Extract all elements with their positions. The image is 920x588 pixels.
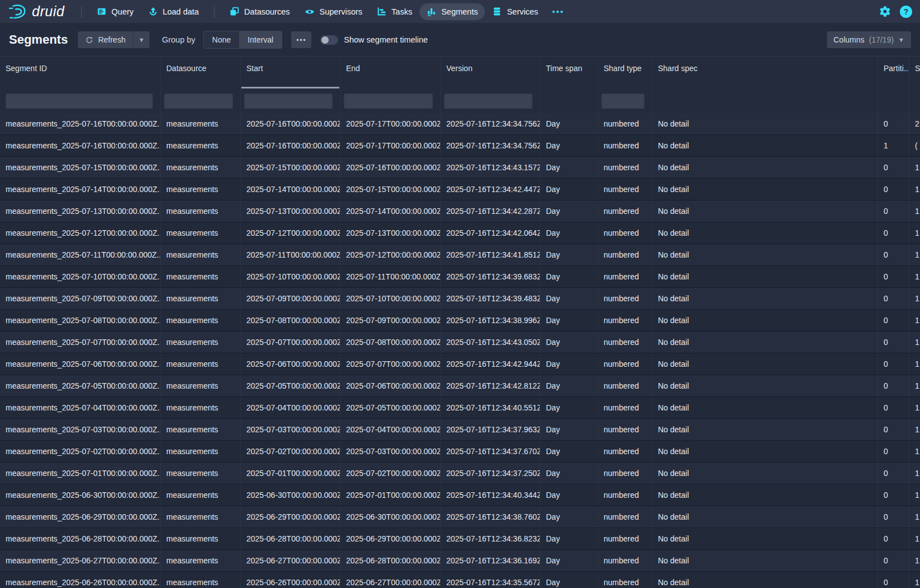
columns-picker-button[interactable]: Columns (17/19) ▼: [827, 31, 912, 48]
cell-size: 1: [909, 506, 920, 528]
segments-toolbar: Segments Refresh ▼ Group by None Interva…: [0, 24, 920, 56]
cell-shard_spec: No detail: [652, 200, 878, 222]
group-by-interval-button[interactable]: Interval: [239, 31, 282, 48]
cell-time_span: Day: [540, 484, 598, 506]
help-icon[interactable]: ?: [900, 6, 912, 18]
column-header-start[interactable]: Start: [241, 57, 340, 88]
cell-shard_type: numbered: [598, 288, 652, 309]
column-header-shard_type[interactable]: Shard type: [598, 57, 652, 88]
navbar-item-tasks[interactable]: Tasks: [370, 3, 419, 20]
group-by-none-button[interactable]: None: [204, 31, 239, 48]
column-header-label: Partiti...: [884, 64, 909, 73]
navbar-item-supervisors[interactable]: Supervisors: [297, 3, 370, 20]
cell-shard_spec: No detail: [652, 506, 878, 528]
cell-size: 1: [909, 266, 920, 287]
cell-time_span: Day: [540, 572, 598, 588]
cell-segment_id: measurements_2025-07-14T00:00:00.000Z...: [0, 179, 161, 200]
navbar-item-datasources[interactable]: Datasources: [222, 3, 297, 20]
cell-time_span: Day: [540, 375, 598, 396]
version-filter-input[interactable]: [444, 93, 533, 109]
cell-shard_spec: No detail: [652, 310, 878, 331]
cell-version: 2025-07-16T12:34:37.670Z: [441, 441, 540, 462]
cell-shard_type: numbered: [598, 506, 652, 528]
cell-datasource: measurements: [161, 113, 241, 134]
cell-datasource: measurements: [161, 463, 241, 484]
druid-logo[interactable]: druid: [8, 3, 73, 21]
cell-segment_id: measurements_2025-07-13T00:00:00.000Z...: [0, 200, 161, 222]
navbar-more-menu[interactable]: •••: [545, 7, 571, 16]
cell-partition: 0: [878, 353, 909, 375]
table-row: measurements_2025-07-14T00:00:00.000Z...…: [0, 179, 920, 200]
navbar-item-query[interactable]: Query: [90, 3, 141, 20]
column-header-datasource[interactable]: Datasource: [161, 57, 241, 88]
navbar-item-segments[interactable]: Segments: [419, 3, 485, 20]
cell-segment_id: measurements_2025-06-29T00:00:00.000Z...: [0, 506, 161, 528]
cell-segment_id: measurements_2025-07-02T00:00:00.000Z...: [0, 441, 161, 462]
refresh-caret-button[interactable]: ▼: [133, 31, 150, 48]
cell-partition: 0: [878, 441, 909, 462]
cell-segment_id: measurements_2025-07-16T00:00:00.000Z...: [0, 135, 161, 156]
cell-version: 2025-07-16T12:34:36.169Z: [441, 550, 540, 571]
column-header-size[interactable]: S: [909, 57, 920, 88]
table-row: measurements_2025-07-12T00:00:00.000Z...…: [0, 222, 920, 244]
datasource-filter-input[interactable]: [164, 93, 233, 109]
cell-partition: 0: [878, 419, 909, 440]
filter-cell-end: [340, 88, 441, 113]
cell-end: 2025-07-04T00:00:00.000Z: [340, 419, 441, 440]
cell-partition: 0: [878, 179, 909, 200]
column-header-segment_id[interactable]: Segment ID: [0, 57, 161, 88]
column-header-partition[interactable]: Partiti...: [878, 57, 909, 88]
navbar-items: QueryLoad dataDatasourcesSupervisorsTask…: [73, 3, 545, 20]
brand-wordmark: druid: [32, 3, 64, 20]
cell-segment_id: measurements_2025-06-30T00:00:00.000Z...: [0, 484, 161, 506]
cell-datasource: measurements: [161, 222, 241, 244]
cell-datasource: measurements: [161, 200, 241, 222]
filter-cell-size: [909, 88, 920, 113]
column-header-version[interactable]: Version: [441, 57, 540, 88]
column-header-label: Time span: [546, 64, 582, 73]
shard_type-filter-input[interactable]: [601, 93, 645, 109]
navbar-item-services[interactable]: Services: [485, 3, 545, 20]
navbar-divider: [214, 6, 214, 18]
table-row: measurements_2025-07-09T00:00:00.000Z...…: [0, 288, 920, 310]
cell-version: 2025-07-16T12:34:40.344Z: [441, 484, 540, 506]
cell-start: 2025-07-02T00:00:00.000Z: [241, 441, 340, 462]
segment_id-filter-input[interactable]: [6, 93, 153, 109]
navbar-item-label: Query: [111, 7, 134, 16]
column-header-label: Shard spec: [658, 64, 698, 73]
column-header-time_span[interactable]: Time span: [540, 57, 598, 88]
cell-size: 1: [909, 572, 920, 588]
gear-icon[interactable]: [879, 6, 891, 17]
column-header-label: Datasource: [166, 64, 207, 73]
cell-datasource: measurements: [161, 353, 241, 375]
column-header-end[interactable]: End: [340, 57, 441, 88]
cell-shard_spec: No detail: [652, 528, 878, 549]
navbar-item-label: Supervisors: [320, 7, 363, 16]
cell-partition: 0: [878, 200, 909, 222]
cell-datasource: measurements: [161, 572, 241, 588]
cell-start: 2025-07-09T00:00:00.000Z: [241, 288, 340, 309]
refresh-button[interactable]: Refresh: [78, 31, 133, 48]
cell-partition: 0: [878, 288, 909, 309]
segments-table: Segment IDDatasourceStartEndVersionTime …: [0, 56, 920, 588]
cell-end: 2025-07-09T00:00:00.000Z: [340, 310, 441, 331]
cell-start: 2025-07-12T00:00:00.000Z: [241, 222, 340, 244]
cell-segment_id: measurements_2025-06-26T00:00:00.000Z...: [0, 572, 161, 588]
toolbar-more-button[interactable]: •••: [291, 31, 311, 48]
cell-start: 2025-07-16T00:00:00.000Z: [241, 135, 340, 156]
navbar-item-label: Segments: [441, 7, 478, 16]
column-header-shard_spec[interactable]: Shard spec: [652, 57, 878, 88]
column-header-label: End: [346, 64, 360, 73]
cell-start: 2025-07-15T00:00:00.000Z: [241, 157, 340, 178]
segment-timeline-toggle[interactable]: [320, 35, 338, 45]
chevron-down-icon: ▼: [898, 36, 904, 43]
end-filter-input[interactable]: [344, 93, 433, 109]
navbar-item-load-data[interactable]: Load data: [141, 3, 207, 20]
column-header-label: S: [915, 64, 920, 73]
cell-start: 2025-07-04T00:00:00.000Z: [241, 397, 340, 418]
cell-time_span: Day: [540, 200, 598, 222]
datasources-icon: [230, 7, 239, 16]
cell-segment_id: measurements_2025-07-16T00:00:00.000Z...: [0, 113, 161, 134]
start-filter-input[interactable]: [244, 93, 333, 109]
cell-size: 1: [909, 222, 920, 244]
